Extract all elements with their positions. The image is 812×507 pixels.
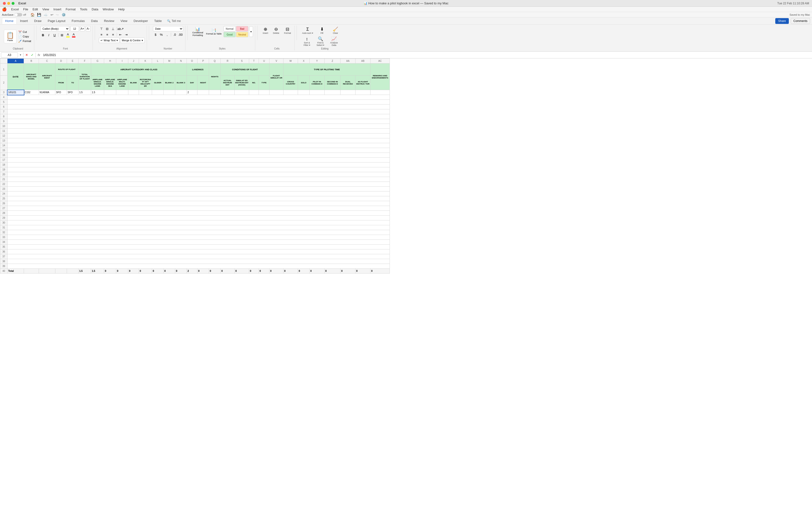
col-header-AC[interactable]: AC bbox=[370, 59, 390, 63]
cut-button[interactable]: ✂️ Cut bbox=[17, 30, 32, 34]
header-type-piloting-label[interactable]: TYPE OF PILOTING TIME bbox=[284, 63, 370, 75]
cell-J3[interactable] bbox=[128, 90, 139, 95]
insert-button[interactable]: ⊕ Insert bbox=[261, 26, 270, 35]
cell-N3[interactable] bbox=[175, 90, 187, 95]
total-K[interactable]: 0 bbox=[139, 269, 152, 274]
cell-reference-input[interactable] bbox=[1, 52, 18, 58]
percent-button[interactable]: % bbox=[159, 32, 164, 37]
cell-AA3[interactable] bbox=[341, 90, 355, 95]
col-header-L[interactable]: L bbox=[152, 59, 164, 63]
header-no[interactable]: NO. bbox=[249, 75, 259, 90]
header-route-label[interactable]: ROUTE OF FLIGHT bbox=[55, 63, 79, 75]
total-L[interactable]: 0 bbox=[152, 269, 164, 274]
col-header-S[interactable]: S bbox=[235, 59, 249, 63]
col-header-H[interactable]: H bbox=[104, 59, 116, 63]
save-icon[interactable]: 💾 bbox=[37, 12, 42, 17]
menu-window[interactable]: Window bbox=[101, 7, 116, 12]
style-normal[interactable]: Normal bbox=[223, 26, 236, 32]
menu-format[interactable]: Format bbox=[64, 7, 78, 12]
total-AC[interactable]: 0 bbox=[370, 269, 390, 274]
header-multi-land[interactable]: AIRPLANE MULTI-ENGINE LAND bbox=[116, 75, 128, 90]
total-C[interactable] bbox=[39, 269, 55, 274]
total-M[interactable]: 0 bbox=[164, 269, 175, 274]
header-as-instructor[interactable]: AS FLIGHT INSTRUC TOR bbox=[355, 75, 370, 90]
style-bad[interactable]: Bad bbox=[236, 26, 248, 32]
currency-button[interactable]: $ bbox=[153, 32, 158, 37]
col-header-J[interactable]: J bbox=[128, 59, 139, 63]
total-N[interactable]: 0 bbox=[175, 269, 187, 274]
header-aircraft-cat-label[interactable]: AIRCRAFT CATEGORY AND CLASS bbox=[91, 63, 187, 75]
font-name-dropdown[interactable]: Calibri (Body) bbox=[40, 26, 69, 32]
header-blank[interactable]: BLANK bbox=[128, 75, 139, 90]
align-middle-button[interactable]: ⊟ bbox=[105, 26, 110, 32]
fill-button[interactable]: ⬇ Fill bbox=[316, 26, 328, 35]
number-format-dropdown[interactable]: Date bbox=[153, 26, 183, 32]
sheet-area[interactable]: A B C D E F G H I J K L M N O P Q bbox=[0, 58, 812, 507]
tab-data[interactable]: Data bbox=[88, 18, 101, 24]
total-E[interactable] bbox=[67, 269, 79, 274]
menu-excel[interactable]: Excel bbox=[9, 7, 21, 12]
total-G[interactable]: 1.5 bbox=[91, 269, 104, 274]
col-header-C[interactable]: C bbox=[39, 59, 55, 63]
cell-G3[interactable]: 1.5 bbox=[91, 90, 104, 95]
format-as-table-button[interactable]: 📑 Format as Table bbox=[205, 27, 222, 36]
comments-button[interactable]: Comments bbox=[791, 18, 810, 24]
header-blank2[interactable]: BLANK 2 bbox=[164, 75, 175, 90]
total-AA[interactable]: 0 bbox=[341, 269, 355, 274]
col-header-B[interactable]: B bbox=[24, 59, 39, 63]
menu-data[interactable]: Data bbox=[90, 7, 100, 12]
align-left-button[interactable]: ≡ bbox=[99, 32, 104, 37]
font-color-button[interactable]: A bbox=[71, 32, 77, 38]
cell-AC3[interactable] bbox=[370, 90, 390, 95]
col-header-A[interactable]: A bbox=[7, 59, 24, 63]
col-header-Z[interactable]: Z bbox=[324, 59, 341, 63]
menu-edit[interactable]: Edit bbox=[31, 7, 40, 12]
header-night[interactable]: NIGHT bbox=[197, 75, 209, 90]
total-D[interactable] bbox=[55, 269, 67, 274]
total-S[interactable]: 0 bbox=[235, 269, 249, 274]
col-header-R[interactable]: R bbox=[221, 59, 235, 63]
col-header-W[interactable]: W bbox=[284, 59, 298, 63]
header-flight-sim-label[interactable]: FLIGHT SIMULAT OR bbox=[269, 63, 284, 90]
total-AB[interactable]: 0 bbox=[355, 269, 370, 274]
cell-Y3[interactable] bbox=[310, 90, 324, 95]
cell-Q3[interactable] bbox=[209, 90, 221, 95]
font-size-increase[interactable]: A+ bbox=[80, 26, 85, 32]
header-dual-received[interactable]: DUAL RECEIVED bbox=[341, 75, 355, 90]
total-Y[interactable]: 0 bbox=[310, 269, 324, 274]
cell-AB3[interactable] bbox=[355, 90, 370, 95]
font-size-input[interactable] bbox=[70, 26, 79, 32]
header-single-land[interactable]: AIRPLANE SINGLE-ENGINE LAND bbox=[91, 75, 104, 90]
col-header-AA[interactable]: AA bbox=[341, 59, 355, 63]
tab-view[interactable]: View bbox=[118, 18, 130, 24]
cell-D3[interactable]: SFO bbox=[55, 90, 67, 95]
cell-L3[interactable] bbox=[152, 90, 164, 95]
clear-button[interactable]: 🧹 Clear bbox=[329, 26, 342, 35]
decimal-decrease-button[interactable]: .00 bbox=[178, 32, 183, 37]
cell-A3[interactable]: 1/01/21 bbox=[7, 90, 24, 95]
tab-formulas[interactable]: Formulas bbox=[69, 18, 88, 24]
cell-ref-dropdown[interactable]: ▾ bbox=[19, 53, 22, 56]
col-header-X[interactable]: X bbox=[298, 59, 310, 63]
cell-B3[interactable]: C152 bbox=[24, 90, 39, 95]
col-header-AB[interactable]: AB bbox=[355, 59, 370, 63]
style-good[interactable]: Good bbox=[223, 32, 236, 37]
header-sim-instrum[interactable]: SIMULAT ED INSTRUM ENT (HOOD) bbox=[235, 75, 249, 90]
cell-C3[interactable]: N146WA bbox=[39, 90, 55, 95]
total-J[interactable]: 0 bbox=[128, 269, 139, 274]
total-O[interactable]: 2 bbox=[187, 269, 197, 274]
menu-file[interactable]: File bbox=[21, 7, 30, 12]
tab-page-layout[interactable]: Page Layout bbox=[45, 18, 68, 24]
menu-help[interactable]: Help bbox=[116, 7, 126, 12]
cell-O3[interactable]: 2 bbox=[187, 90, 197, 95]
header-blank3[interactable]: BLANK 3 bbox=[175, 75, 187, 90]
home-icon[interactable]: 🏠 bbox=[30, 12, 35, 17]
header-glider[interactable]: GLIDER bbox=[152, 75, 164, 90]
tab-review[interactable]: Review bbox=[101, 18, 117, 24]
col-header-V[interactable]: V bbox=[269, 59, 284, 63]
font-size-decrease[interactable]: A- bbox=[86, 26, 91, 32]
fill-color-button[interactable]: A bbox=[65, 32, 70, 38]
cell-I3[interactable] bbox=[116, 90, 128, 95]
borders-button[interactable]: ⊞ bbox=[59, 32, 65, 38]
copy-button[interactable]: 📄 Copy bbox=[17, 35, 32, 39]
